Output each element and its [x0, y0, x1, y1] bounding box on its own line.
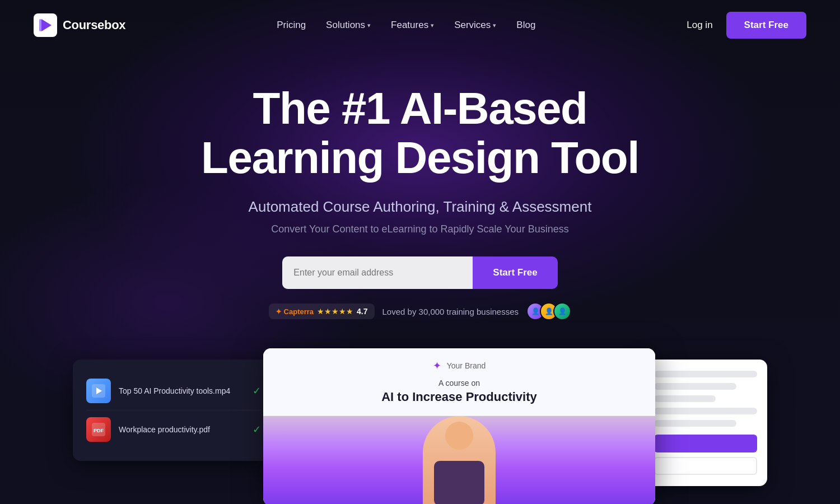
capterra-logo: ✦ Capterra	[276, 307, 314, 316]
course-preview-card: ✦ Your Brand A course on AI to Increase …	[263, 348, 655, 504]
logo[interactable]: Coursebox	[34, 13, 125, 37]
chevron-down-icon: ▾	[493, 22, 496, 29]
email-cta-group: Start Free	[0, 256, 840, 289]
chevron-down-icon: ▾	[431, 22, 434, 29]
hero-title: The #1 AI-Based Learning Design Tool	[168, 84, 672, 183]
list-item: Top 50 AI Productivity tools.mp4 ✓	[86, 372, 261, 410]
content-preview-card	[644, 360, 767, 486]
pdf-file-icon: PDF	[86, 417, 111, 442]
nav-solutions[interactable]: Solutions ▾	[326, 20, 371, 31]
course-card-header: ✦ Your Brand A course on AI to Increase …	[263, 348, 655, 416]
secondary-cta-placeholder	[654, 457, 757, 475]
nav-pricing[interactable]: Pricing	[277, 20, 306, 31]
brand-row: ✦ Your Brand	[277, 360, 642, 372]
capterra-stars: ★★★★★	[317, 307, 353, 316]
check-icon: ✓	[253, 385, 261, 397]
logo-text: Coursebox	[63, 18, 125, 32]
svg-rect-2	[39, 19, 41, 31]
chevron-down-icon: ▾	[367, 22, 371, 29]
list-item: PDF Workplace productivity.pdf ✓	[86, 410, 261, 449]
social-proof: ✦ Capterra ★★★★★ 4.7 Loved by 30,000 tra…	[0, 302, 840, 320]
start-free-nav-button[interactable]: Start Free	[726, 12, 806, 39]
file-name: Top 50 AI Productivity tools.mp4	[119, 386, 245, 395]
course-intro-text: A course on	[277, 379, 642, 388]
content-line	[654, 371, 757, 377]
file-name: Workplace productivity.pdf	[119, 425, 245, 434]
capterra-rating: 4.7	[357, 307, 367, 316]
brand-label: Your Brand	[447, 361, 486, 370]
content-line	[654, 383, 736, 390]
check-icon: ✓	[253, 423, 261, 436]
sparkle-icon: ✦	[433, 360, 441, 372]
nav-blog[interactable]: Blog	[516, 20, 535, 31]
avatar: 👤	[553, 302, 571, 320]
mp4-file-icon	[86, 379, 111, 403]
hero-description: Convert Your Content to eLearning to Rap…	[0, 223, 840, 235]
course-card-image	[263, 416, 655, 504]
nav-services[interactable]: Services ▾	[454, 20, 496, 31]
login-button[interactable]: Log in	[687, 20, 712, 31]
preview-area: Top 50 AI Productivity tools.mp4 ✓ PDF W…	[0, 348, 840, 504]
hero-section: The #1 AI-Based Learning Design Tool Aut…	[0, 50, 840, 320]
nav-links: Pricing Solutions ▾ Features ▾ Services …	[277, 20, 535, 31]
social-proof-text: Loved by 30,000 training businesses	[382, 307, 519, 316]
svg-text:PDF: PDF	[94, 428, 104, 433]
avatars-group: 👤 👤 👤	[526, 302, 571, 320]
navbar: Coursebox Pricing Solutions ▾ Features ▾…	[0, 0, 840, 50]
content-line	[654, 420, 736, 427]
start-free-hero-button[interactable]: Start Free	[473, 256, 557, 289]
nav-features[interactable]: Features ▾	[391, 20, 434, 31]
cta-placeholder	[654, 435, 757, 452]
content-line	[654, 408, 757, 414]
hero-subtitle: Automated Course Authoring, Training & A…	[0, 198, 840, 216]
content-line	[654, 395, 716, 402]
logo-icon	[34, 13, 57, 37]
email-input[interactable]	[282, 256, 473, 289]
course-title-text: AI to Increase Productivity	[277, 390, 642, 404]
nav-right: Log in Start Free	[687, 12, 806, 39]
capterra-badge: ✦ Capterra ★★★★★ 4.7	[269, 304, 375, 319]
file-upload-card: Top 50 AI Productivity tools.mp4 ✓ PDF W…	[73, 360, 274, 461]
